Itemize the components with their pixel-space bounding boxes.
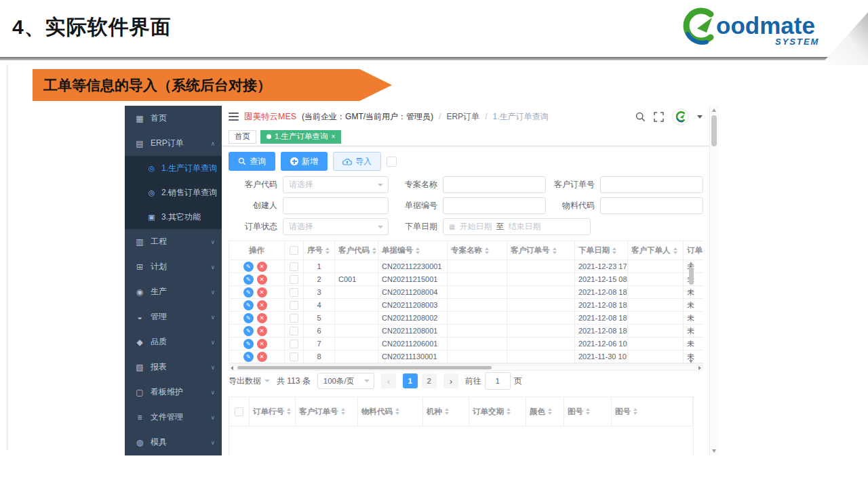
column-header[interactable]: 订单行号 — [250, 397, 296, 426]
sidebar-subitem[interactable]: ◎ 1.生产订单查询 — [125, 156, 222, 180]
material-code-input[interactable] — [600, 197, 703, 214]
column-header[interactable]: 图号 — [612, 397, 693, 426]
avatar-dropdown-caret-icon[interactable] — [697, 115, 703, 119]
next-page-button[interactable]: › — [443, 373, 458, 388]
tab-home[interactable]: 首页 — [229, 130, 256, 144]
fullscreen-icon[interactable] — [654, 112, 664, 122]
scroll-up-icon[interactable] — [689, 262, 693, 265]
column-header[interactable]: 机种 — [423, 397, 469, 426]
sidebar-item[interactable]: ⊞ 计划∨ — [125, 254, 222, 279]
edit-icon[interactable]: ✎ — [243, 339, 254, 349]
table-row[interactable]: ✎ ✕ 5CN202112080022021-12-08 18:未 — [229, 312, 703, 325]
order-status-select[interactable]: 请选择 — [283, 218, 389, 235]
row-checkbox[interactable] — [290, 288, 298, 297]
breadcrumb-erp[interactable]: ERP订单 — [446, 111, 479, 123]
table-vertical-scrollbar[interactable] — [689, 262, 694, 363]
delete-icon[interactable]: ✕ — [257, 326, 267, 336]
scrollbar-thumb[interactable] — [711, 115, 717, 146]
sidebar-item[interactable]: ▦ 首页 — [125, 106, 222, 131]
page-button-1[interactable]: 1 — [403, 373, 418, 388]
toolbar-checkbox[interactable] — [387, 157, 397, 167]
edit-icon[interactable]: ✎ — [243, 262, 254, 272]
column-header[interactable]: 客户下单人 — [628, 241, 684, 260]
column-header[interactable]: 下单日期 — [575, 241, 628, 260]
edit-icon[interactable]: ✎ — [243, 326, 254, 336]
delete-icon[interactable]: ✕ — [257, 339, 267, 349]
table-row[interactable]: ✎ ✕ 3CN202112080042021-12-08 18:未 — [229, 286, 703, 299]
table-row[interactable]: ✎ ✕ 7CN202112060012021-12-06 10:未 — [229, 338, 703, 350]
row-checkbox[interactable] — [290, 340, 298, 348]
sidebar-item[interactable]: ▤ ERP订单∧ — [125, 131, 222, 156]
sidebar-subitem[interactable]: ◎ 2.销售订单查询 — [125, 180, 222, 205]
sidebar-item[interactable]: ▥ 工程∨ — [125, 229, 222, 254]
column-header[interactable]: 订单交期 — [469, 397, 526, 426]
close-icon[interactable]: × — [332, 133, 336, 140]
scroll-down-icon[interactable] — [712, 449, 716, 453]
delete-icon[interactable]: ✕ — [257, 287, 267, 298]
row-checkbox[interactable] — [290, 352, 298, 361]
column-header[interactable]: 客户订单号 — [507, 241, 575, 260]
edit-icon[interactable]: ✎ — [243, 313, 254, 323]
sidebar-item[interactable]: ▢ 看板维护∨ — [125, 380, 222, 405]
page-size-select[interactable]: 100条/页 — [317, 373, 374, 389]
prev-page-button[interactable]: ‹ — [381, 373, 396, 388]
delete-icon[interactable]: ✕ — [257, 352, 267, 362]
creator-input[interactable] — [283, 197, 389, 214]
select-all-checkbox[interactable] — [290, 246, 298, 255]
page-scrollbar[interactable] — [709, 106, 719, 455]
project-name-input[interactable] — [443, 176, 546, 193]
customer-order-no-input[interactable] — [600, 176, 703, 193]
column-header[interactable]: 客户代码 — [335, 241, 378, 260]
hamburger-icon[interactable] — [229, 113, 239, 121]
query-button[interactable]: 查询 — [229, 152, 275, 171]
scrollbar-thumb[interactable] — [689, 267, 694, 285]
table-row[interactable]: ✎ ✕ 1CN2021122300012021-12-23 17:未 — [229, 260, 703, 273]
delete-icon[interactable]: ✕ — [257, 262, 267, 272]
column-header[interactable]: 图号 — [564, 397, 612, 426]
column-header[interactable]: 客户订单号 — [296, 397, 358, 426]
add-button[interactable]: 新增 — [281, 152, 328, 171]
column-header[interactable]: 订单 — [684, 241, 703, 260]
edit-icon[interactable]: ✎ — [243, 287, 254, 298]
column-header[interactable]: 颜色 — [526, 397, 564, 426]
sidebar-item[interactable]: ◉ 生产∨ — [125, 279, 222, 304]
sidebar-item[interactable]: ◒ 管理∨ — [125, 304, 222, 329]
scroll-left-icon[interactable] — [231, 366, 233, 370]
tab-production-order-query[interactable]: 1.生产订单查询 × — [260, 130, 341, 144]
row-checkbox[interactable] — [290, 262, 298, 271]
export-data-dropdown[interactable]: 导出数据 — [229, 375, 270, 387]
column-header[interactable]: 序号 — [304, 241, 335, 260]
sidebar-item[interactable]: ◆ 品质∨ — [125, 329, 222, 354]
column-header[interactable]: 物料代码 — [358, 397, 423, 426]
column-header[interactable]: 单据编号 — [378, 241, 448, 260]
scroll-right-icon[interactable] — [698, 366, 701, 370]
row-checkbox[interactable] — [290, 275, 298, 284]
row-checkbox[interactable] — [290, 314, 298, 323]
search-icon[interactable] — [635, 112, 646, 122]
sidebar-subitem[interactable]: ▣ 3.其它功能 — [125, 205, 222, 229]
scrollbar-thumb[interactable] — [237, 366, 492, 369]
sidebar-item[interactable]: ◍ 模具∨ — [125, 430, 222, 455]
row-checkbox[interactable] — [290, 301, 298, 310]
user-avatar[interactable] — [672, 108, 689, 125]
sidebar-item[interactable]: ▧ 报表∨ — [125, 354, 222, 380]
column-header[interactable]: 专案名称 — [448, 241, 507, 260]
edit-icon[interactable]: ✎ — [243, 274, 254, 285]
goto-page-input[interactable] — [485, 372, 511, 390]
table-row[interactable]: ✎ ✕ 4CN202112080032021-12-08 18:未 — [229, 299, 703, 312]
delete-icon[interactable]: ✕ — [257, 313, 267, 323]
scroll-up-icon[interactable] — [712, 108, 716, 112]
table-horizontal-scrollbar[interactable] — [229, 365, 703, 371]
select-all-checkbox[interactable] — [235, 407, 243, 416]
sidebar-item[interactable]: ≡ 文件管理∨ — [125, 405, 222, 430]
import-button[interactable]: 导入 — [333, 152, 381, 171]
scroll-down-icon[interactable] — [689, 360, 693, 363]
delete-icon[interactable]: ✕ — [257, 300, 267, 310]
edit-icon[interactable]: ✎ — [243, 300, 254, 310]
row-checkbox[interactable] — [290, 327, 298, 336]
doc-no-input[interactable] — [443, 197, 546, 214]
customer-code-select[interactable]: 请选择 — [283, 176, 389, 193]
delete-icon[interactable]: ✕ — [257, 274, 267, 285]
page-button-2[interactable]: 2 — [422, 373, 437, 388]
edit-icon[interactable]: ✎ — [243, 352, 254, 362]
